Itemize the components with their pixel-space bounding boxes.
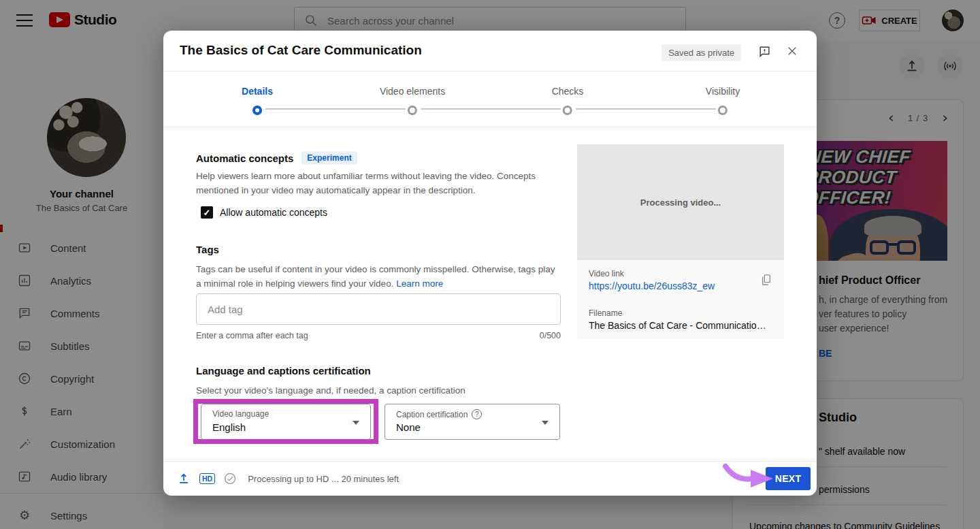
checkbox-checked-icon[interactable]: ✓ <box>201 206 213 219</box>
tags-heading: Tags <box>196 244 219 255</box>
video-preview-processing: Processing video... <box>577 144 784 260</box>
step-dot <box>252 106 262 115</box>
video-details-dialog: The Basics of Cat Care Communication Sav… <box>163 31 817 496</box>
step-connector <box>576 108 716 110</box>
filename-label: Filename <box>589 308 622 318</box>
check-circle-icon <box>223 472 237 485</box>
step-connector <box>421 108 561 110</box>
dialog-title: The Basics of Cat Care Communication <box>180 43 422 58</box>
step-details[interactable]: Details <box>242 86 273 115</box>
copy-icon[interactable] <box>760 273 772 287</box>
dialog-footer: HD Processing up to HD ... 20 minutes le… <box>163 461 817 496</box>
caption-certification-dropdown[interactable]: Caption certification ? None <box>385 404 560 440</box>
tags-description: Tags can be useful if content in your vi… <box>196 262 560 291</box>
automatic-concepts-heading: Automatic concepts Experiment <box>196 151 357 165</box>
chevron-down-icon <box>542 421 549 425</box>
chevron-down-icon <box>353 421 359 425</box>
step-dot <box>563 106 572 115</box>
step-dot <box>408 106 417 115</box>
checkbox-label: Allow automatic concepts <box>220 207 327 218</box>
filename-value: The Basics of Cat Care - Communicatio… <box>589 320 776 331</box>
upload-progress-icon <box>177 472 191 485</box>
step-video-elements[interactable]: Video elements <box>380 86 445 115</box>
video-info-panel: Video link https://youtu.be/26uss83z_ew … <box>577 260 784 338</box>
video-language-value: English <box>212 421 246 433</box>
save-status-badge: Saved as private <box>662 44 741 61</box>
allow-automatic-concepts-row[interactable]: ✓ Allow automatic concepts <box>201 206 327 219</box>
experiment-badge: Experiment <box>301 151 357 165</box>
processing-text: Processing video... <box>640 197 721 208</box>
language-description: Select your video's language and, if nee… <box>196 383 560 398</box>
video-language-dropdown[interactable]: Video language English <box>201 404 371 440</box>
language-heading: Language and captions certification <box>196 365 371 376</box>
add-tag-input[interactable] <box>196 293 561 325</box>
step-connector <box>265 108 406 110</box>
dialog-body: Automatic concepts Experiment Help viewe… <box>163 127 817 461</box>
youtube-studio-screen: Studio ? CREATE Your channel The Basics … <box>0 0 980 529</box>
caption-help-icon[interactable]: ? <box>472 409 482 419</box>
caption-certification-value: None <box>396 421 421 433</box>
next-button[interactable]: NEXT <box>766 467 811 490</box>
step-dot <box>718 106 728 115</box>
processing-status-text: Processing up to HD ... 20 minutes left <box>248 474 399 484</box>
tag-helper-row: Enter a comma after each tag 0/500 <box>196 331 561 340</box>
step-checks[interactable]: Checks <box>552 86 584 115</box>
hd-icon: HD <box>199 473 215 484</box>
learn-more-link[interactable]: Learn more <box>396 278 443 289</box>
close-icon[interactable] <box>786 45 798 57</box>
send-feedback-icon[interactable] <box>758 45 771 58</box>
tag-helper-text: Enter a comma after each tag <box>196 331 308 340</box>
automatic-concepts-description: Help viewers learn more about unfamiliar… <box>196 169 540 197</box>
step-visibility[interactable]: Visibility <box>706 86 740 115</box>
tag-counter: 0/500 <box>540 331 561 340</box>
video-link-label: Video link <box>589 269 624 278</box>
upload-stepper: Details Video elements Checks Visibility <box>163 72 817 127</box>
video-link[interactable]: https://youtu.be/26uss83z_ew <box>589 280 715 291</box>
dialog-header: The Basics of Cat Care Communication Sav… <box>163 31 817 71</box>
